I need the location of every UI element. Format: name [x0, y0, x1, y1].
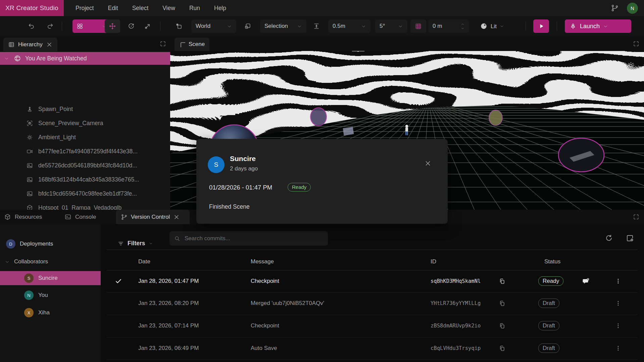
tab-scene[interactable]: Scene	[175, 38, 209, 51]
chevron-up-icon[interactable]	[460, 22, 465, 26]
scene-window-icon	[179, 41, 185, 47]
chevron-down-icon[interactable]	[460, 27, 465, 30]
divider	[62, 22, 62, 31]
user-avatar[interactable]: N	[627, 3, 638, 14]
hierarchy-root-row[interactable]: You Are Being Watched	[0, 52, 170, 65]
close-icon[interactable]	[173, 214, 180, 220]
commit-message: Auto Save	[251, 345, 277, 352]
commit-row[interactable]: Jan 23, 2026, 07:14 PM Checkpoint zBS8dm…	[101, 315, 644, 337]
menu-select[interactable]: Select	[125, 0, 156, 16]
grid-height-stepper[interactable]: 0 m	[428, 19, 469, 33]
menu-run[interactable]: Run	[182, 0, 207, 16]
filters-dropdown[interactable]: Filters	[117, 240, 153, 247]
commits-panel: Filters Date Message ID Status Jan 28, 2…	[101, 224, 644, 362]
sidebar-section-collaborators[interactable]: Collaborators	[0, 255, 101, 269]
kebab-menu-icon[interactable]	[615, 322, 622, 329]
rocket-icon	[569, 23, 577, 30]
move-tool-button[interactable]	[105, 19, 120, 33]
copy-icon[interactable]	[499, 345, 505, 352]
status-badge: Ready	[288, 183, 311, 192]
copy-icon[interactable]	[499, 278, 505, 285]
commit-detail-dialog: S Suncire 2 days ago 01/28/2026 - 01:47 …	[196, 139, 448, 224]
sidebar-item-collaborator[interactable]: N You	[0, 288, 101, 302]
tab-version-control[interactable]: Version Control	[116, 210, 190, 224]
shading-dropdown[interactable]: Lit	[480, 22, 504, 30]
scale-tool-icon[interactable]	[144, 22, 151, 30]
commit-row[interactable]: Jan 23, 2026, 06:49 PM Auto Save cBqLVHd…	[101, 337, 644, 359]
globe-icon	[14, 55, 21, 62]
app-logo[interactable]: XR Creator Studio	[0, 0, 64, 16]
chevron-down-icon	[398, 24, 403, 29]
expand-icon[interactable]	[633, 41, 639, 47]
commit-date: Jan 23, 2026, 06:49 PM	[138, 345, 199, 352]
expand-icon[interactable]	[633, 214, 639, 220]
deployments-avatar: D	[6, 239, 15, 249]
collaborator-avatar: N	[24, 291, 34, 300]
dialog-time-ago: 2 days ago	[230, 165, 258, 172]
grid-icon	[415, 23, 422, 30]
vertical-distribute-icon[interactable]	[313, 22, 320, 30]
shading-sphere-icon	[480, 22, 488, 30]
frame-icon[interactable]	[244, 22, 251, 30]
kebab-menu-icon[interactable]	[615, 345, 622, 352]
play-button[interactable]	[533, 19, 549, 33]
hierarchy-item[interactable]: b477fee1c7fa494087259df4f443e38...	[0, 144, 170, 158]
image-icon	[26, 190, 33, 197]
chevron-down-icon[interactable]	[4, 56, 9, 61]
menu-project[interactable]: Project	[68, 0, 101, 16]
hierarchy-item[interactable]: Spawn_Point	[0, 102, 170, 116]
search-input[interactable]	[184, 235, 324, 242]
scene-tab-bar: Scene	[170, 36, 644, 51]
status-badge: Ready	[538, 276, 563, 286]
hierarchy-item[interactable]: Scene_Preview_Camera	[0, 116, 170, 130]
launch-button[interactable]: Launch	[565, 19, 631, 33]
divider	[557, 22, 557, 31]
gear-icon[interactable]	[627, 61, 635, 70]
menu-edit[interactable]: Edit	[101, 0, 125, 16]
grid-toggle-button[interactable]	[410, 19, 426, 33]
panel-settings-icon[interactable]	[626, 234, 634, 243]
tab-console[interactable]: Console	[64, 210, 96, 224]
tab-hierarchy[interactable]: Hierarchy	[3, 38, 57, 51]
sidebar-item-deployments[interactable]: D Deployments	[0, 237, 101, 251]
rotate-snap-dropdown[interactable]: 5°	[375, 19, 407, 33]
hierarchy-item[interactable]: 168bf63d124b44cab345a38336e765...	[0, 172, 170, 187]
commit-id: sqBhKD3MHqSkamNl	[431, 278, 481, 284]
sidebar-item-collaborator[interactable]: X Xiha	[0, 306, 101, 320]
expand-icon[interactable]	[160, 41, 166, 47]
hierarchy-item[interactable]: de55726dcd0546189bbf43fc84d10d...	[0, 158, 170, 172]
table-icon	[8, 41, 15, 48]
pivot-mode-dropdown[interactable]: Selection	[260, 19, 306, 33]
sidebar-item-collaborator[interactable]: S Suncire	[0, 271, 101, 285]
rotate-tool-icon[interactable]	[128, 22, 135, 30]
column-header-date: Date	[138, 258, 150, 265]
commit-row[interactable]: Jan 23, 2026, 08:20 PM Merged 'uub7j0NiB…	[101, 292, 644, 314]
divider	[160, 22, 160, 31]
hierarchy-item[interactable]: Ambient_Light	[0, 130, 170, 144]
comment-icon[interactable]	[582, 277, 590, 285]
hierarchy-item[interactable]: bfdc19cd6596470c98fee3eb1df73fe...	[0, 187, 170, 201]
branch-icon[interactable]	[611, 4, 619, 12]
copy-icon[interactable]	[499, 300, 505, 307]
kebab-menu-icon[interactable]	[615, 278, 622, 285]
move-snap-dropdown[interactable]: 0.5m	[328, 19, 370, 33]
commit-row[interactable]: Jan 28, 2026, 01:47 PM Checkpoint sqBhKD…	[101, 270, 644, 292]
kebab-menu-icon[interactable]	[615, 300, 622, 307]
snap-anchor-icon[interactable]	[175, 22, 183, 30]
menu-view[interactable]: View	[155, 0, 182, 16]
close-icon[interactable]	[46, 41, 53, 48]
transform-space-dropdown[interactable]: World	[191, 19, 236, 33]
dialog-datetime: 01/28/2026 - 01:47 PM	[209, 184, 272, 191]
copy-icon[interactable]	[499, 322, 505, 329]
menu-help[interactable]: Help	[207, 0, 233, 16]
tab-resources[interactable]: Resources	[4, 210, 42, 224]
undo-icon[interactable]	[28, 22, 35, 30]
image-icon	[26, 176, 33, 183]
close-icon[interactable]	[424, 160, 432, 167]
redo-icon[interactable]	[46, 22, 54, 30]
chevron-down-icon[interactable]	[5, 259, 10, 264]
commit-message: Checkpoint	[251, 322, 279, 329]
refresh-icon[interactable]	[605, 234, 613, 242]
branch-icon	[121, 214, 128, 220]
chevron-down-icon	[500, 24, 504, 29]
